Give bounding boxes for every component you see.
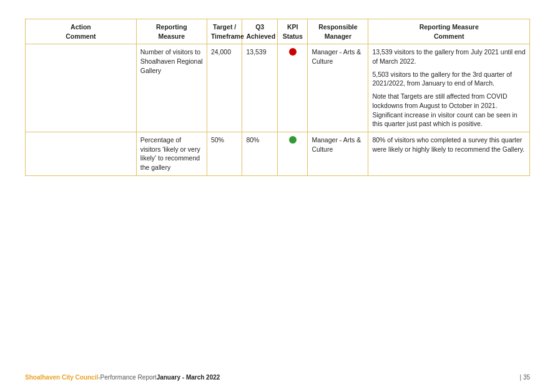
cell-reporting-measure: Percentage of visitors 'likely or very l…	[136, 132, 207, 175]
table-header-row: Action Comment Reporting Measure Target …	[26, 19, 530, 44]
header-action: Action Comment	[26, 19, 137, 44]
cell-reporting-measure: Number of visitors to Shoalhaven Regiona…	[136, 44, 207, 132]
cell-responsible-manager: Manager - Arts & Culture	[308, 44, 368, 132]
cell-reporting-comment: 80% of visitors who completed a survey t…	[368, 132, 530, 175]
cell-target: 24,000	[207, 44, 242, 132]
header-q3: Q3 Achieved	[242, 19, 278, 44]
header-reporting: Reporting Measure	[136, 19, 207, 44]
cell-reporting-comment: 13,539 visitors to the gallery from July…	[368, 44, 530, 132]
comment-paragraph: 13,539 visitors to the gallery from July…	[372, 47, 526, 66]
footer-left: Shoalhaven City Council - Performance Re…	[25, 374, 220, 381]
header-kpi: KPI Status	[277, 19, 307, 44]
status-dot-icon	[289, 136, 297, 144]
cell-action	[26, 132, 137, 175]
performance-table: Action Comment Reporting Measure Target …	[25, 19, 530, 176]
header-comment: Reporting Measure Comment	[368, 19, 530, 44]
table-row: Percentage of visitors 'likely or very l…	[26, 132, 530, 175]
cell-action	[26, 44, 137, 132]
footer-page: | 35	[520, 374, 531, 381]
footer-brand: Shoalhaven City Council	[25, 374, 98, 381]
status-dot-icon	[289, 48, 297, 56]
page-footer: Shoalhaven City Council - Performance Re…	[25, 374, 530, 381]
footer-title: Performance Report	[101, 374, 157, 381]
cell-target: 50%	[207, 132, 242, 175]
header-target: Target / Timeframe	[207, 19, 242, 44]
comment-paragraph: 80% of visitors who completed a survey t…	[372, 135, 526, 154]
footer-period: January - March 2022	[157, 374, 220, 381]
page-wrapper: Action Comment Reporting Measure Target …	[0, 0, 555, 392]
header-responsible: Responsible Manager	[308, 19, 368, 44]
comment-paragraph: 5,503 visitors to the gallery for the 3r…	[372, 70, 526, 88]
cell-kpi-status	[277, 44, 307, 132]
table-row: Number of visitors to Shoalhaven Regiona…	[26, 44, 530, 132]
cell-q3: 80%	[242, 132, 278, 175]
comment-paragraph: Note that Targets are still affected fro…	[372, 92, 526, 129]
cell-kpi-status	[277, 132, 307, 175]
cell-responsible-manager: Manager - Arts & Culture	[308, 132, 368, 175]
cell-q3: 13,539	[242, 44, 278, 132]
